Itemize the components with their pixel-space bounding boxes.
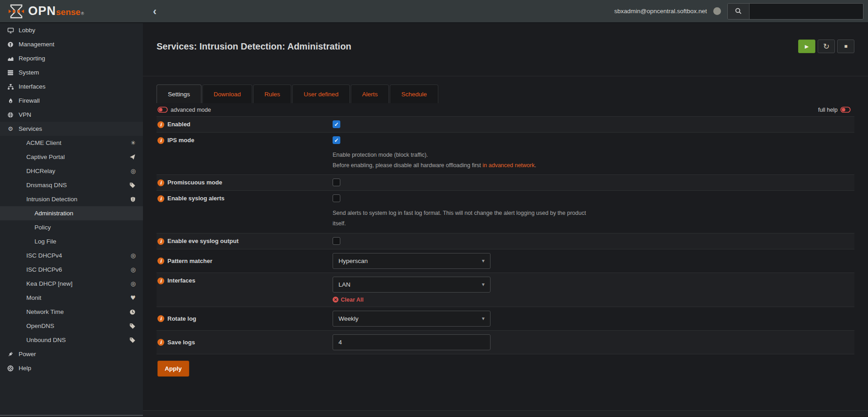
- sidebar-item-services[interactable]: ⚙ Services: [0, 122, 143, 136]
- sidebar-item-power[interactable]: Power: [0, 347, 143, 361]
- tab-bar: Settings Download Rules User defined Ale…: [157, 84, 854, 103]
- sidebar-item-network-time[interactable]: Network Time: [0, 305, 143, 319]
- info-icon[interactable]: i: [157, 238, 164, 245]
- sidebar-item-label: Policy: [34, 224, 51, 231]
- tag-icon: [129, 182, 136, 189]
- refresh-icon: ↻: [823, 42, 829, 51]
- field-help: Send alerts to system log in fast log fo…: [333, 208, 854, 229]
- opnsense-logo[interactable]: OPNsense®: [0, 4, 143, 19]
- info-icon[interactable]: i: [157, 315, 164, 322]
- sidebar-item-label: Kea DHCP [new]: [26, 280, 73, 287]
- sidebar-item-intrusion-detection[interactable]: Intrusion Detection: [0, 192, 143, 206]
- sidebar-item-label: Services: [19, 125, 42, 132]
- logged-in-user[interactable]: sbxadmin@opncentral.softbox.net: [614, 8, 707, 15]
- info-icon[interactable]: i: [157, 137, 164, 144]
- bullseye-icon: ◎: [131, 252, 136, 259]
- info-icon[interactable]: i: [157, 195, 164, 202]
- ips-mode-checkbox[interactable]: [333, 136, 340, 144]
- topbar: OPNsense® ‹ sbxadmin@opncentral.softbox.…: [0, 0, 868, 23]
- sidebar-item-isc-dhcpv4[interactable]: ISC DHCPv4 ◎: [0, 248, 143, 263]
- sidebar-item-label: ACME Client: [26, 139, 61, 146]
- clock-icon: [129, 309, 136, 315]
- shield-icon: [130, 196, 136, 203]
- sidebar-item-acme-client[interactable]: ACME Client ✳: [0, 136, 143, 150]
- bullseye-icon: ◎: [131, 266, 136, 273]
- service-stop-button[interactable]: ■: [837, 40, 854, 53]
- brand-text: OPNsense®: [28, 4, 84, 18]
- tab-alerts[interactable]: Alerts: [351, 84, 389, 103]
- sidebar-item-label: Dnsmasq DNS: [26, 182, 67, 189]
- globe-marker-icon: [6, 41, 15, 48]
- sidebar-item-label: Unbound DNS: [26, 337, 66, 343]
- paper-plane-icon: [129, 154, 136, 160]
- service-start-button[interactable]: ▶: [798, 40, 815, 53]
- clear-all-link[interactable]: ✕ Clear All: [333, 297, 854, 303]
- enabled-checkbox[interactable]: [333, 120, 340, 128]
- advanced-mode-toggle[interactable]: advanced mode: [157, 106, 211, 113]
- tab-download[interactable]: Download: [202, 84, 252, 103]
- info-icon[interactable]: i: [157, 179, 164, 186]
- service-restart-button[interactable]: ↻: [818, 40, 835, 53]
- heartbeat-icon: ♥: [130, 294, 136, 301]
- search-icon: [735, 8, 742, 15]
- sidebar-item-label: Interfaces: [19, 83, 45, 90]
- sidebar-item-help[interactable]: Help: [0, 361, 143, 375]
- sidebar-item-system[interactable]: System: [0, 65, 143, 79]
- sidebar-item-dnsmasq-dns[interactable]: Dnsmasq DNS: [0, 178, 143, 192]
- certificate-icon: ✳: [131, 139, 136, 146]
- sidebar-item-isc-dhcpv6[interactable]: ISC DHCPv6 ◎: [0, 263, 143, 277]
- sidebar-item-log-file[interactable]: Log File: [0, 234, 143, 248]
- sidebar-item-reporting[interactable]: Reporting: [0, 51, 143, 65]
- apply-button[interactable]: Apply: [157, 361, 189, 377]
- selected-value: Weekly: [338, 315, 358, 322]
- tab-schedule[interactable]: Schedule: [390, 84, 438, 103]
- brand-opn: OPN: [28, 4, 56, 18]
- sidebar-item-firewall[interactable]: Firewall: [0, 94, 143, 108]
- search-button[interactable]: [728, 4, 750, 19]
- tab-settings[interactable]: Settings: [157, 84, 201, 103]
- tab-rules[interactable]: Rules: [253, 84, 292, 103]
- sidebar-item-captive-portal[interactable]: Captive Portal: [0, 150, 143, 164]
- sidebar-item-lobby[interactable]: Lobby: [0, 23, 143, 37]
- save-logs-input[interactable]: [333, 334, 490, 350]
- play-icon: ▶: [805, 44, 809, 50]
- info-icon[interactable]: i: [157, 278, 164, 284]
- promiscuous-mode-checkbox[interactable]: [333, 179, 340, 186]
- sidebar-item-policy[interactable]: Policy: [0, 220, 143, 234]
- sidebar-item-interfaces[interactable]: Interfaces: [0, 79, 143, 94]
- sidebar-item-kea-dhcp[interactable]: Kea DHCP [new] ◎: [0, 277, 143, 291]
- sidebar-item-dhcrelay[interactable]: DHCRelay ◎: [0, 164, 143, 178]
- sidebar-collapse-icon[interactable]: ‹: [153, 6, 157, 17]
- info-icon[interactable]: i: [157, 121, 164, 128]
- tab-user-defined[interactable]: User defined: [292, 84, 350, 103]
- sidebar-item-opendns[interactable]: OpenDNS: [0, 319, 143, 333]
- search-input[interactable]: [750, 4, 863, 19]
- pattern-matcher-select[interactable]: Hyperscan: [333, 253, 490, 269]
- sidebar-item-administration[interactable]: Administration: [0, 206, 143, 220]
- page-title: Services: Intrusion Detection: Administr…: [157, 41, 351, 52]
- sidebar-item-label: Lobby: [19, 27, 35, 34]
- tags-icon: [129, 323, 136, 329]
- server-icon: [6, 70, 15, 76]
- field-label: IPS mode: [167, 137, 194, 144]
- info-icon[interactable]: i: [157, 339, 164, 346]
- sidebar-scrollbar[interactable]: [0, 415, 143, 416]
- sidebar-item-monit[interactable]: Monit ♥: [0, 291, 143, 305]
- main-footer: [143, 410, 868, 416]
- eve-syslog-checkbox[interactable]: [333, 237, 340, 245]
- field-label: Interfaces: [167, 277, 195, 284]
- sidebar-item-unbound-dns[interactable]: Unbound DNS: [0, 333, 143, 347]
- field-label: Enable syslog alerts: [167, 195, 225, 202]
- bullseye-icon: ◎: [131, 168, 136, 174]
- clear-all-label: Clear All: [341, 297, 363, 303]
- sidebar-item-vpn[interactable]: VPN: [0, 108, 143, 122]
- rotate-log-select[interactable]: Weekly: [333, 311, 490, 327]
- field-label: Promiscuous mode: [167, 179, 222, 186]
- advanced-network-link[interactable]: in advanced network: [483, 162, 535, 169]
- info-icon[interactable]: i: [157, 258, 164, 264]
- syslog-alerts-checkbox[interactable]: [333, 194, 340, 202]
- selected-value: LAN: [338, 281, 350, 288]
- interfaces-select[interactable]: LAN: [333, 277, 490, 293]
- full-help-toggle[interactable]: full help: [818, 106, 851, 113]
- sidebar-item-management[interactable]: Management: [0, 37, 143, 51]
